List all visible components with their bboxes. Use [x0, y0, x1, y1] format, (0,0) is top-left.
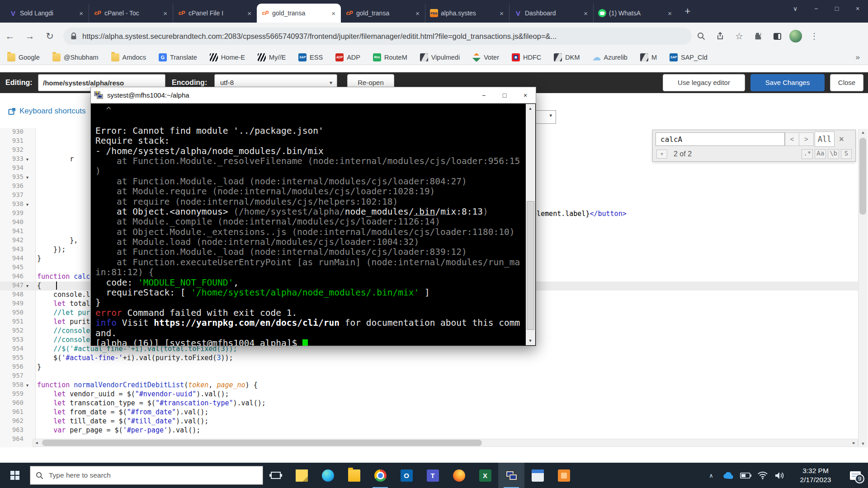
bookmark-item[interactable]: @Shubham [52, 53, 99, 61]
fold-arrow-icon[interactable]: ▾ [26, 282, 28, 291]
window-maximize-icon[interactable]: □ [826, 0, 847, 17]
zoom-icon[interactable] [692, 32, 711, 40]
bookmark-item[interactable]: ADPADP [335, 53, 360, 61]
bookmark-star-icon[interactable]: ☆ [730, 31, 749, 42]
search-selection-toggle[interactable]: S [841, 149, 852, 159]
search-close-icon[interactable]: × [839, 135, 844, 144]
save-changes-button[interactable]: Save Changes [750, 74, 825, 91]
bookmark-item[interactable]: DKM [554, 53, 580, 61]
bookmark-item[interactable]: Home-E [210, 53, 245, 61]
tray-chevron-up-icon[interactable]: ∧ [703, 463, 720, 488]
bookmark-item[interactable]: Amdocs [111, 53, 146, 61]
taskbar-app-edge[interactable] [315, 463, 341, 488]
putty-close-icon[interactable]: × [515, 87, 536, 103]
forward-icon[interactable]: → [20, 31, 40, 42]
code-line[interactable]: 963 var per_page = $('#per-page').val(); [0, 426, 858, 435]
fold-arrow-icon[interactable]: ▾ [26, 155, 28, 164]
terminal-scroll-up-icon[interactable]: ▲ [527, 105, 534, 112]
vertical-scrollbar-thumb[interactable] [859, 138, 866, 215]
scroll-up-icon[interactable]: ▲ [859, 129, 867, 136]
bookmark-item[interactable]: My//E [258, 53, 286, 61]
window-close-icon[interactable]: × [847, 0, 868, 17]
battery-icon[interactable] [737, 463, 754, 488]
side-panel-icon[interactable] [768, 33, 787, 40]
search-regex-toggle[interactable]: .* [802, 149, 813, 159]
fold-arrow-icon[interactable]: ▾ [26, 381, 28, 390]
putty-minimize-icon[interactable]: − [473, 87, 494, 103]
search-next-button[interactable]: > [799, 132, 814, 146]
profile-avatar[interactable] [789, 30, 802, 42]
tab-close-icon[interactable]: × [667, 9, 673, 17]
fold-arrow-icon[interactable]: ▾ [26, 173, 28, 182]
search-case-toggle[interactable]: Aa [815, 149, 826, 159]
window-menu-chevron-icon[interactable]: ∨ [785, 0, 806, 17]
search-prev-button[interactable]: < [785, 132, 799, 146]
taskbar-app-calculator[interactable] [524, 463, 551, 488]
search-input[interactable] [656, 132, 785, 146]
code-line[interactable]: 954 //$('#actual_fine-'+i).val(total.toF… [0, 345, 858, 354]
scroll-left-icon[interactable]: ◄ [33, 439, 40, 446]
scroll-right-icon[interactable]: ► [850, 439, 858, 446]
terminal-scrollbar-thumb[interactable] [527, 201, 534, 330]
code-line[interactable]: 956} [0, 363, 858, 372]
extensions-puzzle-icon[interactable] [749, 32, 768, 41]
code-line[interactable]: 955 $('#actual-fine-'+i).val(purity.toFi… [0, 354, 858, 363]
taskbar-app-sticky-notes[interactable] [288, 463, 315, 488]
search-add-button[interactable]: + [656, 150, 667, 159]
new-tab-button[interactable]: + [681, 5, 694, 18]
notification-center-button[interactable]: 9 [843, 463, 868, 488]
close-button[interactable]: Close [830, 74, 863, 91]
browser-tab[interactable]: cPcPanel - Toc× [89, 4, 173, 23]
horizontal-scrollbar[interactable]: ◄ ► [33, 439, 858, 447]
bookmark-item[interactable]: SAPESS [298, 53, 323, 61]
code-line[interactable]: 962 let till_date = $("#till_date").val(… [0, 417, 858, 426]
scroll-down-icon[interactable]: ▼ [859, 440, 867, 447]
tab-close-icon[interactable]: × [499, 9, 505, 17]
window-minimize-icon[interactable]: − [806, 0, 826, 17]
use-legacy-editor-button[interactable]: Use legacy editor [663, 74, 745, 91]
volume-icon[interactable] [771, 463, 788, 488]
tab-close-icon[interactable]: × [583, 9, 589, 17]
bookmark-item[interactable]: M [640, 53, 657, 61]
browser-tab[interactable]: PMAalpha.systes× [425, 4, 509, 23]
putty-terminal-window[interactable]: systest@mfhs1004:~/alpha − □ × ^Error: C… [90, 87, 536, 346]
menu-kebab-icon[interactable]: ⋮ [805, 31, 824, 41]
search-word-toggle[interactable]: \b [828, 149, 839, 159]
onedrive-icon[interactable] [720, 463, 737, 488]
code-line[interactable]: 959 let vendor_uuid = $("#nvendor-uuid")… [0, 390, 858, 399]
putty-maximize-icon[interactable]: □ [494, 87, 515, 103]
tab-close-icon[interactable]: × [162, 9, 168, 17]
bookmark-item[interactable]: SAPSAP_Cld [670, 53, 708, 61]
terminal-scrollbar[interactable]: ▲ ▼ [526, 104, 535, 345]
tab-close-icon[interactable]: × [330, 9, 336, 17]
taskbar-app-outlook[interactable]: O [393, 463, 420, 488]
lock-icon[interactable] [71, 33, 77, 40]
browser-tab[interactable]: cPgold_transa× [341, 4, 425, 23]
taskbar-app-excel[interactable]: X [472, 463, 498, 488]
terminal-output[interactable]: ^Error: Cannot find module '../package.j… [91, 103, 526, 346]
taskbar-app-firefox[interactable] [446, 463, 472, 488]
browser-tab[interactable]: ☎(1) WhatsA× [593, 4, 677, 23]
task-view-button[interactable] [263, 463, 288, 488]
bookmark-item[interactable]: ☁Azurelib [593, 53, 627, 61]
browser-tab[interactable]: VDashboard× [509, 4, 593, 23]
tab-close-icon[interactable]: × [78, 9, 84, 17]
start-button[interactable] [0, 463, 30, 488]
url-bar[interactable]: https://alpha.systest.securebrandtech.co… [63, 28, 692, 45]
wifi-icon[interactable] [754, 463, 771, 488]
horizontal-scrollbar-thumb[interactable] [42, 440, 482, 446]
browser-tab[interactable]: VSold Langdi× [5, 4, 89, 23]
back-icon[interactable]: ← [0, 31, 20, 42]
taskbar-app-photos[interactable] [551, 463, 577, 488]
browser-tab[interactable]: cPgold_transa× [257, 4, 341, 23]
bookmark-item[interactable]: Google [7, 53, 40, 61]
taskbar-search-box[interactable]: Type here to search [30, 466, 263, 485]
tab-close-icon[interactable]: × [246, 9, 252, 17]
search-all-button[interactable]: All [815, 131, 835, 147]
terminal-scroll-down-icon[interactable]: ▼ [527, 337, 534, 344]
taskbar-app-chrome[interactable] [367, 463, 393, 488]
code-line[interactable]: 960 let transcation_type = $("#transcati… [0, 399, 858, 408]
taskbar-app-teams[interactable]: T [420, 463, 446, 488]
share-icon[interactable] [711, 32, 730, 40]
bookmark-item[interactable]: Voter [472, 53, 499, 61]
